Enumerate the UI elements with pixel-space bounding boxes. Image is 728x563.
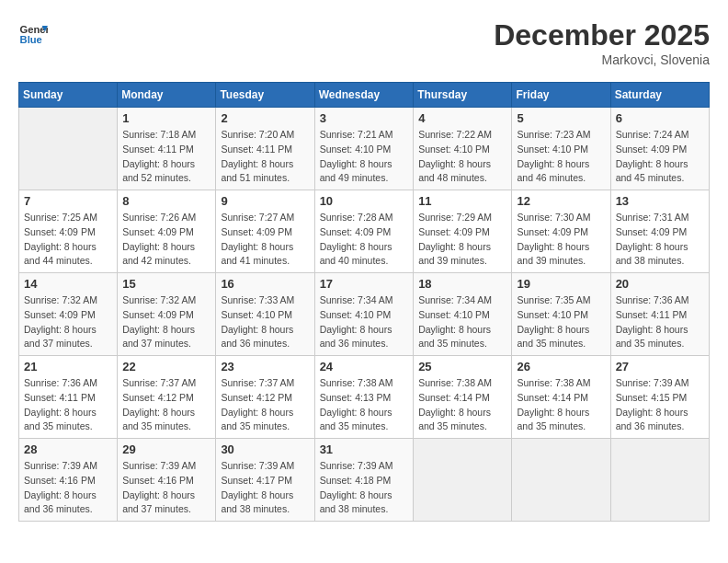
day-number: 31 [320,442,409,456]
calendar-cell: 18Sunrise: 7:34 AM Sunset: 4:10 PM Dayli… [414,273,512,356]
day-info: Sunrise: 7:38 AM Sunset: 4:14 PM Dayligh… [517,376,605,434]
location: Markovci, Slovenia [494,52,710,67]
calendar-cell: 21Sunrise: 7:36 AM Sunset: 4:11 PM Dayli… [19,356,118,439]
calendar-cell: 4Sunrise: 7:22 AM Sunset: 4:10 PM Daylig… [414,108,512,190]
day-info: Sunrise: 7:39 AM Sunset: 4:16 PM Dayligh… [24,459,112,517]
logo-icon: General Blue [18,18,48,48]
day-info: Sunrise: 7:21 AM Sunset: 4:10 PM Dayligh… [320,128,409,186]
calendar-cell: 12Sunrise: 7:30 AM Sunset: 4:09 PM Dayli… [512,190,610,273]
day-number: 13 [616,194,704,208]
day-number: 8 [122,194,210,208]
calendar-cell: 7Sunrise: 7:25 AM Sunset: 4:09 PM Daylig… [19,190,118,273]
day-number: 11 [418,194,506,208]
svg-text:General: General [20,24,48,35]
calendar-cell: 6Sunrise: 7:24 AM Sunset: 4:09 PM Daylig… [610,108,709,190]
day-number: 26 [517,360,605,373]
day-info: Sunrise: 7:27 AM Sunset: 4:09 PM Dayligh… [221,211,309,269]
day-info: Sunrise: 7:34 AM Sunset: 4:10 PM Dayligh… [418,293,506,351]
day-info: Sunrise: 7:36 AM Sunset: 4:11 PM Dayligh… [24,376,112,434]
day-number: 18 [418,277,506,291]
day-info: Sunrise: 7:38 AM Sunset: 4:14 PM Dayligh… [418,376,506,434]
day-number: 24 [320,360,409,373]
calendar-cell: 25Sunrise: 7:38 AM Sunset: 4:14 PM Dayli… [414,356,512,439]
day-number: 20 [616,277,704,291]
day-info: Sunrise: 7:30 AM Sunset: 4:09 PM Dayligh… [517,211,605,269]
logo: General Blue [18,18,48,48]
calendar-cell [19,108,118,190]
day-info: Sunrise: 7:36 AM Sunset: 4:11 PM Dayligh… [616,293,704,351]
calendar-table: SundayMondayTuesdayWednesdayThursdayFrid… [18,82,710,522]
weekday-header-monday: Monday [118,83,216,108]
day-number: 23 [221,360,309,373]
day-info: Sunrise: 7:32 AM Sunset: 4:09 PM Dayligh… [122,293,210,351]
calendar-cell: 31Sunrise: 7:39 AM Sunset: 4:18 PM Dayli… [314,439,414,522]
day-number: 10 [320,194,409,208]
page-header: General Blue December 2025 Markovci, Slo… [18,18,710,67]
day-info: Sunrise: 7:35 AM Sunset: 4:10 PM Dayligh… [517,293,605,351]
day-number: 2 [221,111,309,125]
day-number: 1 [122,111,210,125]
day-info: Sunrise: 7:33 AM Sunset: 4:10 PM Dayligh… [221,293,309,351]
day-number: 29 [122,442,210,456]
day-number: 9 [221,194,309,208]
weekday-header-tuesday: Tuesday [216,83,314,108]
calendar-cell: 1Sunrise: 7:18 AM Sunset: 4:11 PM Daylig… [118,108,216,190]
calendar-cell: 23Sunrise: 7:37 AM Sunset: 4:12 PM Dayli… [216,356,314,439]
calendar-cell: 27Sunrise: 7:39 AM Sunset: 4:15 PM Dayli… [610,356,709,439]
day-number: 4 [418,111,506,125]
month-title: December 2025 [494,18,710,52]
day-info: Sunrise: 7:24 AM Sunset: 4:09 PM Dayligh… [616,128,704,186]
calendar-cell: 20Sunrise: 7:36 AM Sunset: 4:11 PM Dayli… [610,273,709,356]
calendar-cell: 30Sunrise: 7:39 AM Sunset: 4:17 PM Dayli… [216,439,314,522]
day-number: 25 [418,360,506,373]
day-info: Sunrise: 7:22 AM Sunset: 4:10 PM Dayligh… [418,128,506,186]
day-number: 21 [24,360,112,373]
day-number: 28 [24,442,112,456]
calendar-cell [414,439,512,522]
day-number: 16 [221,277,309,291]
day-info: Sunrise: 7:39 AM Sunset: 4:16 PM Dayligh… [122,459,210,517]
weekday-header-saturday: Saturday [610,83,709,108]
calendar-cell [610,439,709,522]
calendar-cell: 11Sunrise: 7:29 AM Sunset: 4:09 PM Dayli… [414,190,512,273]
day-info: Sunrise: 7:34 AM Sunset: 4:10 PM Dayligh… [320,293,409,351]
calendar-cell: 26Sunrise: 7:38 AM Sunset: 4:14 PM Dayli… [512,356,610,439]
day-number: 14 [24,277,112,291]
calendar-cell: 8Sunrise: 7:26 AM Sunset: 4:09 PM Daylig… [118,190,216,273]
calendar-cell: 13Sunrise: 7:31 AM Sunset: 4:09 PM Dayli… [610,190,709,273]
day-info: Sunrise: 7:20 AM Sunset: 4:11 PM Dayligh… [221,128,309,186]
day-number: 27 [616,360,704,373]
day-info: Sunrise: 7:39 AM Sunset: 4:18 PM Dayligh… [320,459,409,517]
day-number: 6 [616,111,704,125]
calendar-cell: 2Sunrise: 7:20 AM Sunset: 4:11 PM Daylig… [216,108,314,190]
day-number: 30 [221,442,309,456]
calendar-cell: 24Sunrise: 7:38 AM Sunset: 4:13 PM Dayli… [314,356,414,439]
weekday-header-thursday: Thursday [414,83,512,108]
day-info: Sunrise: 7:26 AM Sunset: 4:09 PM Dayligh… [122,211,210,269]
day-number: 3 [320,111,409,125]
week-row-2: 7Sunrise: 7:25 AM Sunset: 4:09 PM Daylig… [19,190,710,273]
day-info: Sunrise: 7:37 AM Sunset: 4:12 PM Dayligh… [221,376,309,434]
calendar-cell: 3Sunrise: 7:21 AM Sunset: 4:10 PM Daylig… [314,108,414,190]
calendar-cell: 22Sunrise: 7:37 AM Sunset: 4:12 PM Dayli… [118,356,216,439]
calendar-cell: 10Sunrise: 7:28 AM Sunset: 4:09 PM Dayli… [314,190,414,273]
calendar-cell: 29Sunrise: 7:39 AM Sunset: 4:16 PM Dayli… [118,439,216,522]
weekday-header-friday: Friday [512,83,610,108]
day-number: 19 [517,277,605,291]
weekday-header-wednesday: Wednesday [314,83,414,108]
weekday-header-row: SundayMondayTuesdayWednesdayThursdayFrid… [19,83,710,108]
week-row-3: 14Sunrise: 7:32 AM Sunset: 4:09 PM Dayli… [19,273,710,356]
week-row-5: 28Sunrise: 7:39 AM Sunset: 4:16 PM Dayli… [19,439,710,522]
svg-text:Blue: Blue [20,34,42,45]
calendar-cell: 16Sunrise: 7:33 AM Sunset: 4:10 PM Dayli… [216,273,314,356]
title-block: December 2025 Markovci, Slovenia [494,18,710,67]
week-row-1: 1Sunrise: 7:18 AM Sunset: 4:11 PM Daylig… [19,108,710,190]
day-info: Sunrise: 7:28 AM Sunset: 4:09 PM Dayligh… [320,211,409,269]
day-number: 12 [517,194,605,208]
day-info: Sunrise: 7:23 AM Sunset: 4:10 PM Dayligh… [517,128,605,186]
day-number: 5 [517,111,605,125]
calendar-cell: 17Sunrise: 7:34 AM Sunset: 4:10 PM Dayli… [314,273,414,356]
day-number: 22 [122,360,210,373]
calendar-cell: 14Sunrise: 7:32 AM Sunset: 4:09 PM Dayli… [19,273,118,356]
week-row-4: 21Sunrise: 7:36 AM Sunset: 4:11 PM Dayli… [19,356,710,439]
